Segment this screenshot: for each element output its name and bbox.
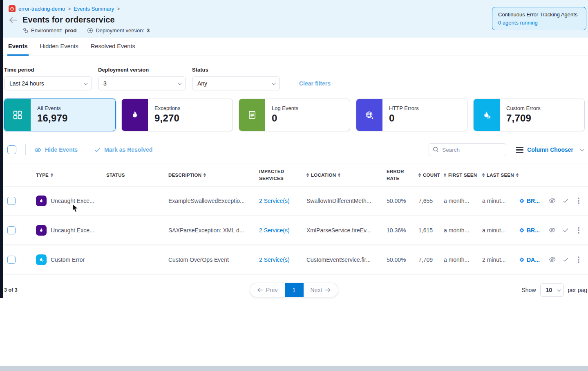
- exception-flame-icon: [38, 227, 44, 233]
- table-toolbar: Hide Events Mark as Resolved Column Choo…: [0, 142, 588, 157]
- event-count: 7,709: [418, 256, 444, 263]
- sort-icon[interactable]: [516, 173, 519, 177]
- hide-row-button[interactable]: [548, 256, 556, 263]
- expand-row-button[interactable]: [24, 256, 24, 263]
- sort-icon[interactable]: [306, 173, 309, 177]
- environment-icon: [22, 27, 29, 34]
- jira-ticket-link[interactable]: DA...: [519, 256, 546, 263]
- row-menu-button[interactable]: [578, 200, 579, 202]
- hide-events-button[interactable]: Hide Events: [34, 146, 78, 154]
- agents-status-card[interactable]: Continuous Error Tracking Agents 0 agent…: [492, 7, 586, 30]
- resolve-row-button[interactable]: [562, 197, 569, 204]
- pagination-bar: 3 of 3 Prev 1 Next Show 10 per pag: [0, 282, 588, 298]
- page-title: Events for orderservice: [22, 15, 115, 25]
- chevron-down-icon: [84, 81, 88, 85]
- row-checkbox[interactable]: [7, 256, 16, 264]
- event-location: SwallowInDifferentMeth...: [306, 198, 387, 204]
- sort-icon[interactable]: [51, 173, 53, 177]
- sort-icon[interactable]: [338, 173, 340, 177]
- arrow-right-icon: [325, 288, 331, 292]
- globe-icon: [364, 110, 375, 120]
- time-period-label: Time period: [4, 67, 92, 73]
- card-http-errors[interactable]: HTTP Errors 0: [356, 99, 467, 131]
- select-all-checkbox[interactable]: [7, 145, 16, 154]
- impacted-services-link[interactable]: 2 Service(s): [259, 227, 290, 234]
- table-row[interactable]: Custom Error Custom OverOps Event 2 Serv…: [0, 245, 588, 275]
- time-period-select[interactable]: Last 24 hours: [4, 76, 92, 90]
- breadcrumb-project-link[interactable]: error-tracking-demo: [18, 6, 65, 12]
- event-count: 7,655: [418, 198, 444, 204]
- resolve-row-button[interactable]: [562, 227, 569, 234]
- hamburger-icon: [516, 147, 523, 153]
- eye-off-icon: [34, 146, 42, 154]
- first-seen: a month...: [444, 227, 482, 234]
- table-header-row: Type Status Description Impacted Service…: [0, 164, 588, 187]
- sort-icon[interactable]: [418, 173, 421, 177]
- sort-icon[interactable]: [482, 173, 485, 177]
- card-all-events[interactable]: All Events 16,979: [4, 99, 116, 131]
- tab-events[interactable]: Events: [7, 38, 29, 56]
- pagination-controls: Prev 1 Next: [250, 283, 339, 297]
- event-location: XmlParseService.fireEv...: [306, 227, 387, 234]
- row-menu-button[interactable]: [578, 229, 579, 231]
- card-exceptions[interactable]: Exceptions 9,270: [121, 99, 233, 131]
- card-value: 7,709: [506, 112, 541, 124]
- flame-gear-icon: [482, 110, 492, 120]
- row-checkbox[interactable]: [7, 197, 16, 205]
- tab-hidden-events[interactable]: Hidden Events: [39, 38, 79, 56]
- jira-ticket-link[interactable]: BR...: [519, 198, 546, 204]
- impacted-services-link[interactable]: 2 Service(s): [259, 198, 290, 204]
- status-select[interactable]: Any: [192, 76, 280, 90]
- tab-resolved-events[interactable]: Resolved Events: [90, 38, 136, 56]
- card-log-events[interactable]: Log Events 0: [239, 99, 350, 131]
- breadcrumb-separator: >: [117, 6, 120, 12]
- document-icon: [247, 110, 257, 120]
- event-type: Uncaught Exce...: [51, 198, 94, 204]
- mark-resolved-button[interactable]: Mark as Resolved: [94, 146, 152, 153]
- row-menu-button[interactable]: [578, 259, 579, 261]
- table-row[interactable]: Uncaught Exce... SAXParseException: XML …: [0, 216, 588, 245]
- expand-row-button[interactable]: [24, 197, 24, 204]
- flame-icon: [130, 110, 140, 120]
- row-checkbox[interactable]: [7, 226, 16, 234]
- sort-icon[interactable]: [444, 173, 446, 177]
- card-custom-errors[interactable]: Custom Errors 7,709: [473, 99, 585, 131]
- jira-ticket-link[interactable]: BR...: [519, 227, 546, 234]
- event-type: Uncaught Exce...: [51, 227, 94, 234]
- resolve-row-button[interactable]: [562, 256, 569, 263]
- breadcrumb-separator: >: [68, 6, 71, 12]
- search-input[interactable]: [429, 143, 506, 156]
- error-rate: 10.36%: [387, 227, 418, 234]
- expand-row-button[interactable]: [24, 227, 24, 234]
- table-row[interactable]: Uncaught Exce... ExampleSwallowedExcepti…: [0, 187, 588, 216]
- pagination-summary: 3 of 3: [4, 287, 18, 293]
- card-label: Exceptions: [154, 105, 181, 111]
- clear-filters-button[interactable]: Clear filters: [299, 80, 331, 87]
- hide-row-button[interactable]: [548, 197, 556, 205]
- sort-icon[interactable]: [203, 173, 206, 177]
- breadcrumb-section-link[interactable]: Events Summary: [74, 6, 114, 12]
- event-description: Custom OverOps Event: [168, 256, 259, 263]
- agents-card-title: Continuous Error Tracking Agents: [498, 11, 580, 18]
- page-number-button[interactable]: 1: [285, 283, 304, 297]
- tab-bar: Events Hidden Events Resolved Events: [0, 38, 588, 56]
- event-stat-cards: All Events 16,979 Exceptions 9,270 Log E…: [0, 90, 588, 131]
- next-page-button[interactable]: Next: [304, 283, 338, 297]
- per-page-label: per pag: [568, 287, 587, 293]
- left-edge-strip: [0, 0, 3, 298]
- prev-page-button[interactable]: Prev: [250, 283, 285, 297]
- show-label: Show: [521, 287, 536, 293]
- page-size-select[interactable]: 10: [540, 283, 564, 297]
- deployment-version-select[interactable]: 3: [98, 76, 186, 90]
- card-label: Custom Errors: [506, 105, 541, 111]
- agents-running-link[interactable]: 0 agents running: [498, 20, 580, 26]
- divider: [25, 144, 26, 155]
- grid-icon: [12, 110, 23, 120]
- card-label: All Events: [37, 105, 68, 111]
- error-rate: 50.00%: [387, 198, 418, 204]
- impacted-services-link[interactable]: 2 Service(s): [259, 256, 290, 263]
- hide-row-button[interactable]: [548, 226, 556, 234]
- column-chooser-button[interactable]: Column Chooser: [516, 146, 583, 153]
- deployment-meta: Deployment version:3: [87, 27, 150, 34]
- back-arrow-icon[interactable]: [9, 17, 18, 23]
